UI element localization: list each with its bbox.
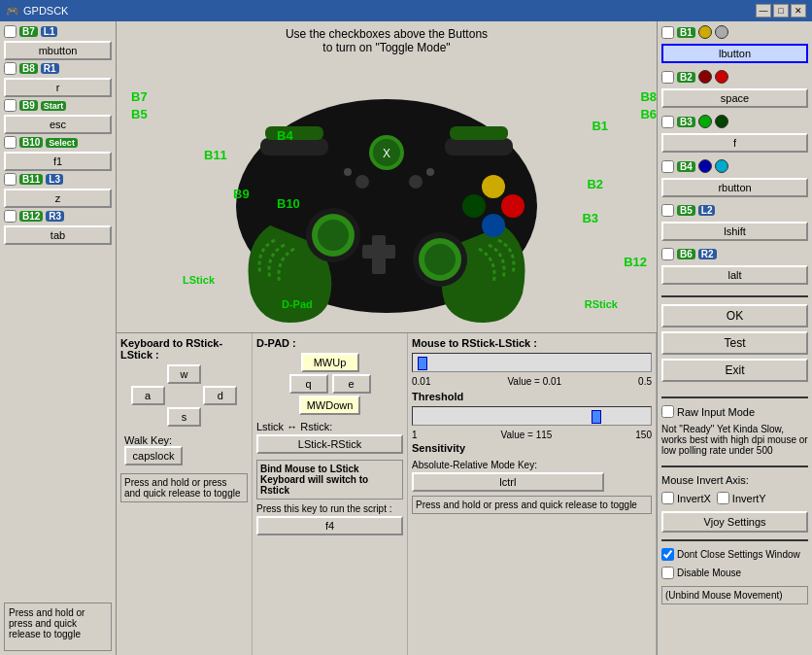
slider1-max: 0.5 xyxy=(638,376,652,387)
b7-checkbox[interactable] xyxy=(4,25,17,38)
keyboard-section-title: Keyboard to RStick-LStick : xyxy=(120,337,248,361)
exit-button[interactable]: Exit xyxy=(661,359,808,382)
raw-input-checkbox[interactable] xyxy=(661,405,674,418)
lstick-rstick-section: Lstick ↔ Rstick: LStick-RStick xyxy=(256,421,403,454)
b2-id: B2 xyxy=(677,72,695,83)
slider2-max: 150 xyxy=(635,430,652,440)
s-key[interactable]: s xyxy=(167,407,201,427)
ok-button[interactable]: OK xyxy=(661,304,808,328)
inverty-checkbox[interactable] xyxy=(717,492,729,504)
maximize-button[interactable]: □ xyxy=(773,4,789,17)
bind-mouse-text: Bind Mouse to LStick Keyboard will switc… xyxy=(260,464,368,496)
separator-1 xyxy=(661,295,808,297)
test-button[interactable]: Test xyxy=(661,331,808,355)
b1-checkbox[interactable] xyxy=(661,26,674,39)
b4-checkbox[interactable] xyxy=(661,160,674,173)
unbind-note: (Unbind Mouse Movement) xyxy=(661,586,808,604)
svg-rect-2 xyxy=(445,138,513,155)
b9-badge: Start xyxy=(41,101,67,111)
toggle-note: Use the checkboxes above the Buttons to … xyxy=(117,21,657,60)
minimize-button[interactable]: — xyxy=(756,4,771,17)
b12-key-btn[interactable]: tab xyxy=(4,225,112,245)
b9-key-btn[interactable]: esc xyxy=(4,115,112,134)
abs-rel-title: Absolute-Relative Mode Key: xyxy=(412,460,652,470)
w-key[interactable]: w xyxy=(167,364,201,384)
slider2-value: Value = 115 xyxy=(500,430,552,440)
b3-id: B3 xyxy=(677,117,695,127)
toggle-line2: to turn on "Toggle Mode" xyxy=(122,41,651,54)
b1-key-btn[interactable]: lbutton xyxy=(661,44,808,63)
b4-row: B4 xyxy=(661,159,808,173)
script-key-btn[interactable]: f4 xyxy=(256,516,403,535)
dpad-up-btn[interactable]: MWUp xyxy=(301,353,359,372)
b7-key-btn[interactable]: mbutton xyxy=(4,41,112,60)
b7-row: B7 L1 xyxy=(4,25,112,38)
b3-key-btn[interactable]: f xyxy=(661,133,808,153)
lstick-rstick-btn[interactable]: LStick-RStick xyxy=(256,434,403,454)
title-bar-controls[interactable]: — □ ✕ xyxy=(756,4,806,17)
b9-checkbox[interactable] xyxy=(4,99,17,112)
b5-checkbox[interactable] xyxy=(661,204,674,217)
capslock-key[interactable]: capslock xyxy=(124,446,183,465)
slider1-labels: 0.01 Value = 0.01 0.5 xyxy=(412,376,652,387)
bind-mouse-note: Bind Mouse to LStick Keyboard will switc… xyxy=(256,460,403,500)
b5-key-btn[interactable]: lshift xyxy=(661,222,808,241)
b6-checkbox[interactable] xyxy=(661,248,674,260)
b11-row: B11 L3 xyxy=(4,173,112,186)
sensitivity-thumb[interactable] xyxy=(592,410,601,424)
dpad-right-btn[interactable]: e xyxy=(332,374,371,394)
sensitivity-slider-track[interactable] xyxy=(412,406,652,426)
b2-row: B2 xyxy=(661,70,808,84)
invertx-checkbox[interactable] xyxy=(661,492,674,504)
b8-key-btn[interactable]: r xyxy=(4,78,112,97)
b5-row: B5 L2 xyxy=(661,204,808,217)
sensitivity-label: Sensitivity xyxy=(412,442,652,454)
d-key[interactable]: d xyxy=(203,386,237,405)
threshold-slider-track[interactable] xyxy=(412,353,652,372)
b8-checkbox[interactable] xyxy=(4,62,17,75)
b7-id: B7 xyxy=(19,26,38,37)
abs-rel-section: Absolute-Relative Mode Key: lctrl xyxy=(412,460,652,492)
lstick-label: LStick xyxy=(183,274,215,286)
close-button[interactable]: ✕ xyxy=(791,4,806,17)
threshold-thumb[interactable] xyxy=(418,357,427,370)
mouse-invert-label: Mouse Invert Axis: xyxy=(661,474,808,486)
b10-row: B10 Select xyxy=(4,136,112,149)
dont-close-checkbox[interactable] xyxy=(661,548,674,561)
b3-checkbox[interactable] xyxy=(661,116,674,128)
separator-4 xyxy=(661,539,808,541)
b2-checkbox[interactable] xyxy=(661,71,674,84)
inverty-row: InvertY xyxy=(717,492,766,504)
b12-checkbox[interactable] xyxy=(4,210,17,223)
b3-darkgreen-circle xyxy=(715,115,728,128)
svg-rect-22 xyxy=(265,126,323,140)
b2-key-btn[interactable]: space xyxy=(661,88,808,108)
invertx-row: InvertX xyxy=(661,492,711,504)
b6-id: B6 xyxy=(677,249,695,259)
b11-key-btn[interactable]: z xyxy=(4,189,112,208)
disable-mouse-checkbox[interactable] xyxy=(661,567,674,579)
lstick-rstick-title: Lstick ↔ Rstick: xyxy=(256,421,403,432)
dpad-down-btn[interactable]: MWDown xyxy=(299,396,361,415)
b11-checkbox[interactable] xyxy=(4,173,17,186)
b4-key-btn[interactable]: rbutton xyxy=(661,178,808,197)
dpad-title: D-PAD : xyxy=(256,337,403,349)
lctrl-btn[interactable]: lctrl xyxy=(412,472,604,492)
dpad-left-btn[interactable]: q xyxy=(289,374,328,394)
b10-key-btn[interactable]: f1 xyxy=(4,152,112,171)
sensitivity-slider-container: 1 Value = 115 150 xyxy=(412,406,652,440)
app-title: GPDSCK xyxy=(23,5,68,17)
walk-section: Walk Key: capslock xyxy=(120,431,248,469)
b10-badge: Select xyxy=(46,138,78,148)
svg-point-14 xyxy=(482,175,505,198)
b4-lightblue-circle xyxy=(715,159,728,173)
b6-key-btn[interactable]: lalt xyxy=(661,265,808,285)
slider1-min: 0.01 xyxy=(412,376,430,387)
a-key[interactable]: a xyxy=(131,386,165,405)
b10-checkbox[interactable] xyxy=(4,136,17,149)
b8-badge: R1 xyxy=(41,63,59,74)
mouse-section: Mouse to RStick-LStick : 0.01 Value = 0.… xyxy=(408,333,657,655)
b12-badge: R3 xyxy=(46,211,64,222)
mouse-section-title: Mouse to RStick-LStick : xyxy=(412,337,652,349)
vjoy-settings-btn[interactable]: Vjoy Settings xyxy=(661,511,808,533)
